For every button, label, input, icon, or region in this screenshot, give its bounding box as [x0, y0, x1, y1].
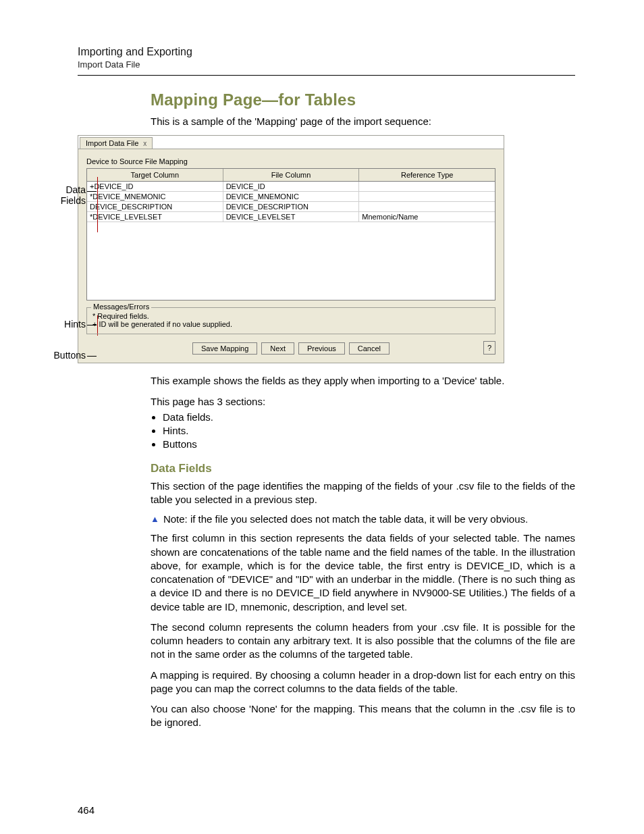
table-row[interactable]: *DEVICE_MNEMONIC DEVICE_MNEMONIC — [87, 192, 495, 202]
table-row[interactable]: +DEVICE_ID DEVICE_ID — [87, 182, 495, 192]
messages-errors-group: Messages/Errors * Required fields. + ID … — [86, 307, 495, 334]
mapping-grid: Target Column File Column Reference Type… — [86, 168, 495, 301]
running-head-chapter: Importing and Exporting — [78, 46, 575, 58]
cell-target: *DEVICE_MNEMONIC — [87, 192, 223, 201]
table-row[interactable]: DEVICE_DESCRIPTION DEVICE_DESCRIPTION — [87, 202, 495, 212]
mapping-panel-label: Device to Source File Mapping — [86, 157, 495, 165]
page-title: Mapping Page—for Tables — [151, 90, 575, 109]
callout-data-fields: DataFields — [61, 184, 86, 206]
callout-hints: Hints — [64, 319, 86, 330]
intro-paragraph: This is a sample of the 'Mapping' page o… — [151, 115, 575, 128]
callout-buttons: Buttons — [54, 350, 86, 361]
close-icon[interactable]: x — [143, 140, 146, 147]
cell-ref[interactable]: Mnemonic/Name — [359, 212, 495, 221]
note-line: ▲Note: if the file you selected does not… — [151, 513, 575, 525]
list-item: Buttons — [163, 438, 575, 450]
subhead-data-fields: Data Fields — [151, 462, 575, 475]
sections-list: Data fields. Hints. Buttons — [163, 411, 575, 450]
screenshot-window: Import Data File x Device to Source File… — [78, 135, 504, 363]
page-number: 464 — [78, 804, 575, 816]
help-icon[interactable]: ? — [483, 341, 495, 355]
col-header-reference[interactable]: Reference Type — [359, 169, 495, 181]
table-row[interactable]: *DEVICE_LEVELSET DEVICE_LEVELSET Mnemoni… — [87, 212, 495, 222]
callout-line — [87, 191, 97, 192]
cell-file[interactable]: DEVICE_ID — [223, 182, 360, 191]
cell-file[interactable]: DEVICE_DESCRIPTION — [223, 202, 360, 211]
next-button[interactable]: Next — [261, 342, 294, 355]
groupbox-title: Messages/Errors — [91, 303, 151, 311]
triangle-icon: ▲ — [151, 514, 159, 524]
tab-label: Import Data File — [86, 139, 138, 147]
note-text: Note: if the file you selected does not … — [163, 513, 528, 525]
tab-import-data-file[interactable]: Import Data File x — [80, 137, 153, 149]
cell-ref[interactable] — [359, 202, 495, 211]
cell-file[interactable]: DEVICE_MNEMONIC — [223, 192, 360, 201]
screenshot-figure: DataFields Hints Buttons Import Data Fil… — [5, 135, 575, 363]
previous-button[interactable]: Previous — [298, 342, 345, 355]
header-rule — [78, 75, 575, 76]
button-row: Save Mapping Next Previous Cancel ? — [86, 342, 495, 355]
data-fields-p3: A mapping is required. By choosing a col… — [151, 669, 575, 696]
save-mapping-button[interactable]: Save Mapping — [192, 342, 257, 355]
data-fields-p4: You can also choose 'None' for the mappi… — [151, 702, 575, 730]
data-fields-p2: The second column represents the column … — [151, 621, 575, 662]
cell-target: *DEVICE_LEVELSET — [87, 212, 223, 221]
cell-target: +DEVICE_ID — [87, 182, 223, 191]
cell-target: DEVICE_DESCRIPTION — [87, 202, 223, 211]
tab-bar: Import Data File x — [78, 136, 504, 149]
after-figure-paragraph: This example shows the fields as they ap… — [151, 374, 575, 388]
callout-redline-data — [97, 177, 98, 232]
data-fields-intro: This section of the page identifies the … — [151, 479, 575, 507]
cell-ref[interactable] — [359, 192, 495, 201]
running-head-section: Import Data File — [78, 59, 575, 70]
list-item: Hints. — [163, 425, 575, 436]
cancel-button[interactable]: Cancel — [349, 342, 390, 355]
col-header-file[interactable]: File Column — [223, 169, 360, 181]
list-item: Data fields. — [163, 411, 575, 423]
data-fields-p1: The first column in this section represe… — [151, 531, 575, 614]
hint-required: * Required fields. — [92, 312, 489, 320]
cell-ref[interactable] — [359, 182, 495, 191]
hint-id-generated: + ID will be generated if no value suppl… — [92, 320, 489, 328]
callout-line — [87, 356, 97, 357]
sections-intro: This page has 3 sections: — [151, 395, 575, 409]
col-header-target[interactable]: Target Column — [87, 169, 223, 181]
cell-file[interactable]: DEVICE_LEVELSET — [223, 212, 360, 221]
